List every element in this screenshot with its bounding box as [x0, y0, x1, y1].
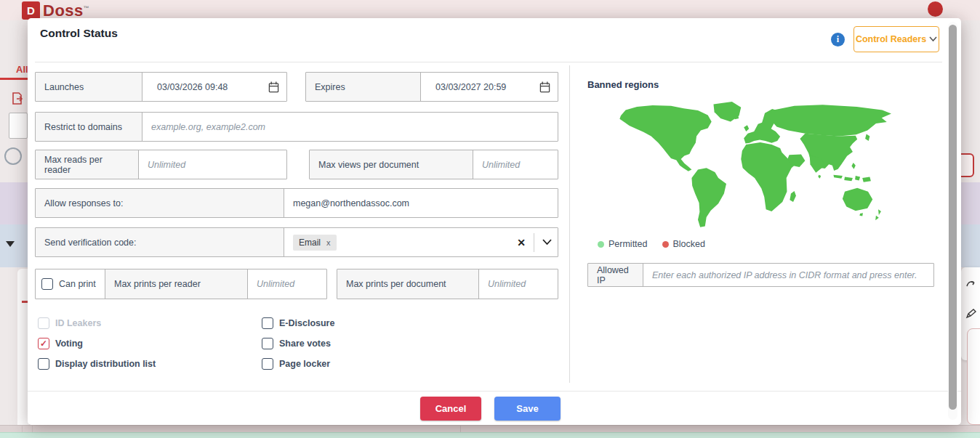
can-print-option[interactable]: Can print: [36, 269, 105, 299]
verification-code-label: Send verification code:: [36, 228, 284, 256]
calendar-icon[interactable]: [268, 81, 279, 93]
annotate-icon[interactable]: [965, 277, 976, 288]
max-prints-reader-input[interactable]: [248, 269, 326, 299]
max-reads-input[interactable]: [139, 150, 286, 179]
chevron-down-icon: [929, 36, 937, 42]
toolbar-button-fragment[interactable]: [9, 113, 28, 139]
allowed-ip-field: Allowed IP: [587, 263, 934, 287]
max-reads-label: Max reads per reader: [36, 150, 139, 179]
divider: [28, 391, 961, 392]
email-tag[interactable]: Email x: [293, 235, 337, 251]
checkbox-display-distribution-list[interactable]: Display distribution list: [38, 358, 156, 370]
restrict-domains-field: Restrict to domains: [35, 112, 558, 142]
expires-label: Expires: [306, 73, 421, 101]
can-print-checkbox[interactable]: [41, 278, 53, 290]
blocked-dot: [662, 241, 669, 248]
clear-icon[interactable]: ✕: [517, 237, 526, 248]
allow-responses-label: Allow responses to:: [36, 189, 284, 217]
legend-permitted-label: Permitted: [609, 239, 648, 249]
scrollbar-track[interactable]: [948, 22, 957, 420]
max-prints-document-label: Max prints per document: [337, 269, 479, 299]
edit-icon[interactable]: [965, 308, 976, 319]
max-prints-document-input[interactable]: [479, 269, 558, 299]
background-table-edge: [0, 425, 980, 432]
max-prints-document-field: Max prints per document: [337, 269, 558, 299]
calendar-icon[interactable]: [539, 81, 550, 93]
allowed-ip-input[interactable]: [643, 264, 933, 286]
info-icon[interactable]: i: [831, 33, 845, 46]
checkbox[interactable]: [38, 317, 49, 329]
checkbox[interactable]: [38, 338, 49, 349]
modal-title: Control Status: [40, 27, 118, 40]
can-print-label: Can print: [59, 279, 96, 289]
checkbox[interactable]: [262, 317, 273, 329]
max-views-input[interactable]: [473, 150, 558, 179]
banned-regions-title: Banned regions: [587, 79, 659, 90]
divider: [534, 233, 534, 252]
world-map[interactable]: [613, 100, 896, 230]
background-panel-fragment: [967, 328, 980, 425]
launches-label: Launches: [36, 73, 142, 101]
save-button[interactable]: Save: [494, 397, 561, 421]
max-views-label: Max views per document: [310, 150, 473, 179]
search-icon[interactable]: [4, 147, 22, 165]
divider: [35, 62, 942, 62]
background-header: [0, 0, 980, 20]
max-views-field: Max views per document: [309, 150, 558, 179]
status-strip: [0, 432, 980, 438]
launches-field: Launches: [35, 72, 287, 102]
tag-remove-icon[interactable]: x: [326, 238, 331, 247]
map-legend: Permitted Blocked: [598, 239, 705, 249]
tab-all[interactable]: All: [16, 64, 28, 75]
checkbox[interactable]: [262, 358, 273, 370]
restrict-domains-label: Restrict to domains: [36, 113, 142, 141]
checkbox-share-votes[interactable]: Share votes: [262, 338, 331, 349]
checkbox-voting[interactable]: Voting: [38, 338, 83, 349]
checkbox-id-leakers[interactable]: ID Leakers: [38, 317, 101, 329]
control-status-modal: Control Status i Control Readers Launche…: [28, 18, 961, 425]
permitted-dot: [598, 241, 604, 248]
expires-field: Expires: [305, 72, 558, 102]
cancel-button[interactable]: Cancel: [420, 397, 481, 421]
launches-input[interactable]: [142, 73, 268, 101]
select-controls: ✕: [517, 228, 552, 256]
allowed-ip-label: Allowed IP: [588, 264, 643, 286]
avatar[interactable]: [928, 1, 943, 17]
max-prints-reader-label: Max prints per reader: [105, 269, 248, 299]
control-readers-button[interactable]: Control Readers: [854, 26, 939, 52]
legend-blocked-label: Blocked: [673, 239, 705, 249]
document-export-icon[interactable]: [11, 92, 25, 105]
allow-responses-input[interactable]: [284, 189, 558, 217]
expand-caret-icon[interactable]: [6, 241, 15, 247]
expires-input[interactable]: [421, 73, 539, 101]
checkbox[interactable]: [38, 358, 49, 370]
checkbox[interactable]: [262, 338, 273, 349]
chevron-down-icon[interactable]: [542, 239, 552, 246]
checkbox-e-disclosure[interactable]: E-Disclosure: [262, 317, 334, 329]
scrollbar-thumb[interactable]: [949, 25, 957, 410]
checkbox-page-locker[interactable]: Page locker: [262, 358, 330, 370]
logo-icon: D: [22, 1, 40, 20]
verification-code-field: Send verification code: Email x ✕: [35, 227, 558, 257]
allow-responses-field: Allow responses to:: [35, 188, 558, 218]
max-reads-field: Max reads per reader: [35, 150, 287, 179]
restrict-domains-input[interactable]: [142, 113, 558, 141]
divider: [569, 65, 570, 383]
print-settings-group: Can print Max prints per reader: [35, 269, 327, 299]
